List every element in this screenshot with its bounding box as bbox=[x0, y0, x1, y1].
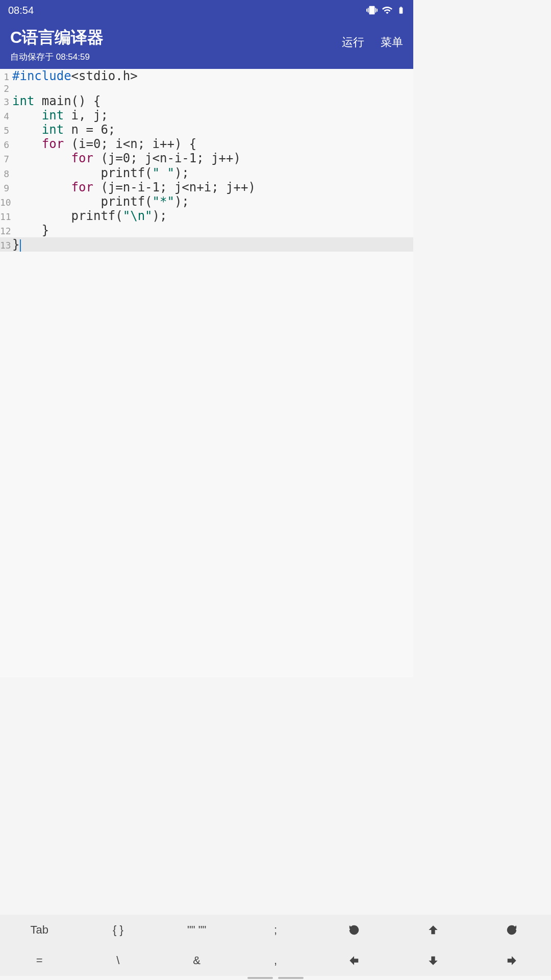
line-number: 11 bbox=[0, 211, 12, 222]
code-line[interactable]: 2 bbox=[0, 83, 413, 94]
status-bar: 08:54 bbox=[0, 0, 413, 20]
code-line[interactable]: 11 printf("\n"); bbox=[0, 209, 413, 223]
app-title-group: C语言编译器 自动保存于 08:54:59 bbox=[10, 27, 104, 63]
code-content[interactable]: for (j=0; j<n-i-1; j++) bbox=[12, 151, 413, 165]
code-content[interactable]: printf("\n"); bbox=[12, 209, 413, 223]
code-line[interactable]: 4 int i, j; bbox=[0, 108, 413, 122]
code-content[interactable]: int n = 6; bbox=[12, 122, 413, 137]
line-number: 12 bbox=[0, 226, 12, 236]
code-editor[interactable]: 1#include<stdio.h>23int main() {4 int i,… bbox=[0, 69, 413, 677]
app-bar: C语言编译器 自动保存于 08:54:59 运行 菜单 bbox=[0, 20, 413, 69]
code-content[interactable]: } bbox=[12, 223, 413, 237]
code-line[interactable]: 12 } bbox=[0, 223, 413, 237]
status-time: 08:54 bbox=[8, 5, 34, 16]
code-content[interactable]: int main() { bbox=[12, 94, 413, 108]
menu-button[interactable]: 菜单 bbox=[381, 35, 403, 50]
app-title: C语言编译器 bbox=[10, 27, 104, 49]
line-number: 8 bbox=[0, 168, 12, 179]
battery-icon bbox=[397, 5, 405, 16]
app-actions: 运行 菜单 bbox=[342, 27, 403, 50]
line-number: 7 bbox=[0, 154, 12, 164]
code-content[interactable]: for (j=n-i-1; j<n+i; j++) bbox=[12, 180, 413, 194]
line-number: 5 bbox=[0, 125, 12, 136]
code-content[interactable]: int i, j; bbox=[12, 108, 413, 122]
code-content[interactable]: printf("*"); bbox=[12, 194, 413, 209]
line-number: 2 bbox=[0, 83, 12, 94]
code-line[interactable]: 10 printf("*"); bbox=[0, 194, 413, 209]
code-content[interactable]: #include<stdio.h> bbox=[12, 69, 413, 83]
code-content[interactable]: for (i=0; i<n; i++) { bbox=[12, 137, 413, 151]
code-line[interactable]: 6 for (i=0; i<n; i++) { bbox=[0, 137, 413, 151]
line-number: 9 bbox=[0, 183, 12, 193]
code-line[interactable]: 5 int n = 6; bbox=[0, 122, 413, 137]
vibrate-icon bbox=[366, 5, 378, 16]
line-number: 1 bbox=[0, 71, 12, 82]
code-content[interactable]: printf(" "); bbox=[12, 166, 413, 180]
text-cursor bbox=[20, 239, 21, 252]
wifi-icon bbox=[382, 5, 393, 16]
code-line[interactable]: 9 for (j=n-i-1; j<n+i; j++) bbox=[0, 180, 413, 194]
code-content[interactable]: } bbox=[12, 237, 413, 252]
code-line[interactable]: 3int main() { bbox=[0, 94, 413, 108]
line-number: 4 bbox=[0, 111, 12, 121]
run-button[interactable]: 运行 bbox=[342, 35, 364, 50]
line-number: 13 bbox=[0, 240, 12, 251]
code-line[interactable]: 7 for (j=0; j<n-i-1; j++) bbox=[0, 151, 413, 165]
code-line[interactable]: 8 printf(" "); bbox=[0, 166, 413, 180]
line-number: 3 bbox=[0, 96, 12, 107]
autosave-status: 自动保存于 08:54:59 bbox=[10, 51, 104, 63]
line-number: 10 bbox=[0, 197, 12, 208]
code-line[interactable]: 1#include<stdio.h> bbox=[0, 69, 413, 83]
status-icons bbox=[366, 5, 405, 16]
code-line[interactable]: 13} bbox=[0, 237, 413, 252]
line-number: 6 bbox=[0, 139, 12, 150]
